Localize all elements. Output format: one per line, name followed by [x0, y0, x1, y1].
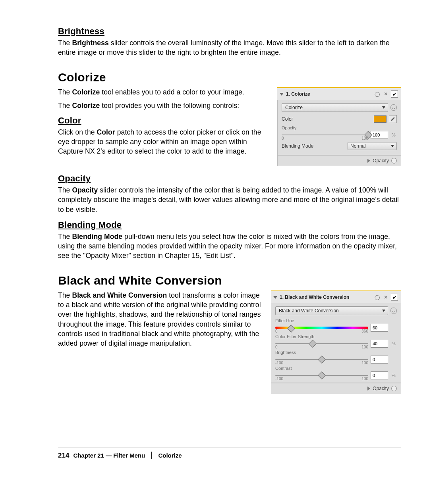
- panel-title: 1. Colorize: [286, 91, 310, 97]
- minimize-icon[interactable]: ◯: [374, 294, 380, 300]
- para-opacity: The Opacity slider controls the intensit…: [58, 185, 401, 214]
- contrast-slider[interactable]: -100 100: [275, 372, 368, 379]
- opacity-value[interactable]: 100: [371, 131, 388, 139]
- text: Click on the: [58, 128, 97, 136]
- close-icon[interactable]: ✕: [383, 294, 388, 300]
- minimize-icon[interactable]: ◯: [374, 91, 380, 97]
- triangle-down-icon[interactable]: [280, 93, 284, 96]
- contrast-unit: %: [390, 373, 397, 378]
- text: tool transforms a color image to a black…: [58, 291, 261, 347]
- panel-bw: 1. Black and White Conversion ◯ ✕ ✔ Blac…: [271, 290, 401, 394]
- text-bold: Colorize: [72, 102, 100, 110]
- strength-unit: %: [390, 341, 397, 346]
- opacity-slider[interactable]: 0 100: [282, 132, 368, 138]
- select-value: Colorize: [285, 105, 303, 110]
- text: slider controls the intensity of the col…: [58, 186, 399, 213]
- heading-bw: Black and White Conversion: [58, 274, 401, 287]
- blending-label: Blending Mode: [282, 143, 345, 149]
- chevron-down-icon: [391, 145, 394, 147]
- heading-blending: Blending Mode: [58, 220, 401, 230]
- bw-brightness-label: Brightness: [275, 350, 397, 355]
- footer-opacity-label: Opacity: [373, 158, 389, 164]
- eyedropper-button[interactable]: [389, 115, 397, 123]
- text-bold: Opacity: [72, 186, 98, 194]
- bw-brightness-slider[interactable]: -100 100: [275, 356, 368, 363]
- opacity-label: Opacity: [282, 125, 397, 130]
- heading-color: Color: [58, 115, 270, 126]
- blending-mode-select[interactable]: Normal: [348, 142, 397, 150]
- para-color: Click on the Color patch to access the c…: [58, 127, 270, 156]
- slider-min: 0: [282, 136, 284, 140]
- text: The: [58, 39, 72, 47]
- slider-min: 0: [275, 345, 278, 349]
- slider-min: 0: [275, 329, 278, 333]
- opacity-radio[interactable]: [391, 158, 397, 164]
- reset-icon[interactable]: [390, 104, 397, 111]
- blending-value: Normal: [350, 143, 366, 149]
- triangle-down-icon[interactable]: [273, 296, 277, 299]
- select-value: Black and White Conversion: [279, 308, 339, 314]
- slider-max: 360: [361, 329, 368, 333]
- filter-hue-slider[interactable]: 0 360: [275, 325, 368, 331]
- filter-hue-value[interactable]: 60: [371, 324, 388, 332]
- strength-value[interactable]: 40: [371, 340, 388, 348]
- para-colorize-intro1: The Colorize tool enables you to add a c…: [58, 87, 270, 97]
- enable-checkbox[interactable]: ✔: [391, 294, 398, 301]
- contrast-label: Contrast: [275, 366, 397, 371]
- text-bold: Colorize: [72, 88, 100, 96]
- reset-icon[interactable]: [390, 308, 397, 314]
- slider-max: 100: [361, 361, 368, 365]
- opacity-radio[interactable]: [391, 386, 397, 391]
- slider-min: -100: [275, 377, 283, 381]
- para-bw: The Black and White Conversion tool tran…: [58, 290, 264, 348]
- text-bold: Color: [97, 128, 115, 136]
- triangle-right-icon[interactable]: [367, 387, 370, 391]
- strength-label: Color Filter Strength: [275, 334, 397, 339]
- slider-max: 100: [361, 345, 368, 349]
- para-brightness: The Brightness slider controls the overa…: [58, 38, 401, 57]
- eyedropper-icon: [390, 117, 395, 121]
- text: The: [58, 233, 72, 240]
- text: The: [58, 291, 72, 299]
- heading-brightness: Brightness: [58, 26, 401, 37]
- filter-hue-label: Filter Hue: [275, 318, 397, 323]
- text: The: [58, 186, 72, 194]
- text-bold: Black and White Conversion: [72, 291, 167, 299]
- bw-brightness-value[interactable]: 0: [371, 356, 388, 364]
- footer-opacity-label: Opacity: [373, 386, 389, 391]
- color-label: Color: [282, 116, 371, 122]
- text: tool enables you to add a color to your …: [100, 88, 244, 96]
- close-icon[interactable]: ✕: [383, 91, 388, 97]
- text-bold: Blending Mode: [72, 233, 122, 240]
- text-bold: Brightness: [72, 39, 108, 47]
- slider-max: 100: [361, 377, 368, 381]
- contrast-value[interactable]: 0: [371, 371, 388, 379]
- strength-slider[interactable]: 0 100: [275, 340, 368, 347]
- color-swatch[interactable]: [374, 115, 386, 123]
- enable-checkbox[interactable]: ✔: [391, 90, 398, 98]
- triangle-right-icon[interactable]: [367, 159, 370, 163]
- opacity-unit: %: [390, 133, 397, 137]
- slider-max: 100: [361, 136, 368, 140]
- heading-opacity: Opacity: [58, 173, 401, 184]
- slider-min: -100: [275, 361, 283, 365]
- effect-select[interactable]: Colorize: [282, 103, 388, 112]
- effect-select[interactable]: Black and White Conversion: [275, 306, 388, 315]
- text: The: [58, 102, 72, 110]
- para-colorize-intro2: The Colorize tool provides you with the …: [58, 101, 270, 110]
- heading-colorize: Colorize: [58, 71, 401, 84]
- para-blending: The Blending Mode pull-down menu lets yo…: [58, 232, 401, 260]
- panel-title: 1. Black and White Conversion: [280, 294, 349, 300]
- chevron-down-icon: [382, 106, 385, 109]
- chevron-down-icon: [382, 310, 385, 312]
- text: tool provides you with the following con…: [100, 102, 239, 110]
- panel-colorize: 1. Colorize ◯ ✕ ✔ Colorize Color: [277, 87, 401, 166]
- text: The: [58, 88, 72, 96]
